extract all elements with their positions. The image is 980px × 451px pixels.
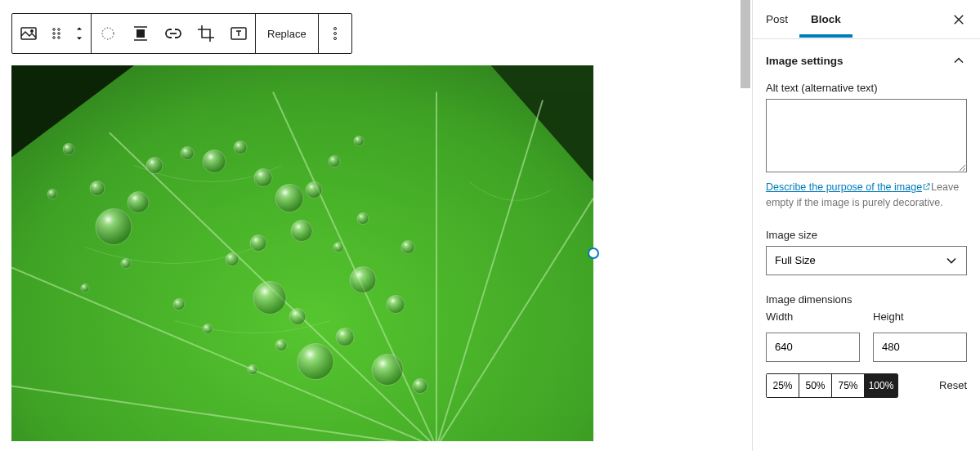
svg-point-18 xyxy=(11,65,593,441)
svg-point-44 xyxy=(173,299,185,310)
image-dimensions-label: Image dimensions xyxy=(766,293,967,306)
alt-text-label: Alt text (alternative text) xyxy=(766,82,967,94)
svg-point-8 xyxy=(102,28,114,39)
more-options-button[interactable] xyxy=(319,14,351,53)
svg-point-38 xyxy=(387,296,405,314)
resize-handle-right[interactable] xyxy=(588,248,599,259)
alt-text-input[interactable] xyxy=(766,99,967,172)
svg-point-33 xyxy=(253,282,286,315)
block-type-image-icon[interactable] xyxy=(12,14,45,53)
svg-point-43 xyxy=(333,243,343,252)
svg-point-3 xyxy=(58,29,60,31)
alt-help-link[interactable]: Describe the purpose of the image xyxy=(766,181,931,193)
svg-point-40 xyxy=(413,379,427,394)
panel-title: Image settings xyxy=(766,55,844,67)
settings-sidebar: Post Block Image settings Alt text (alte… xyxy=(752,0,980,451)
preset-50[interactable]: 50% xyxy=(799,374,832,397)
image-content xyxy=(11,65,593,441)
svg-point-32 xyxy=(226,253,239,266)
svg-point-15 xyxy=(333,33,336,35)
svg-point-50 xyxy=(47,190,57,199)
svg-point-36 xyxy=(336,328,354,346)
svg-point-29 xyxy=(306,182,322,199)
svg-point-1 xyxy=(31,30,33,32)
svg-point-21 xyxy=(90,181,105,196)
svg-point-6 xyxy=(53,37,56,39)
svg-point-26 xyxy=(234,141,247,154)
dimension-presets: 25% 50% 75% 100% xyxy=(766,373,898,398)
chevron-up-icon xyxy=(74,24,84,33)
chevron-up-icon xyxy=(951,52,967,69)
chevron-down-icon xyxy=(74,33,84,43)
text-overlay-button[interactable] xyxy=(222,14,255,53)
reset-dimensions-button[interactable]: Reset xyxy=(939,379,967,391)
block-toolbar: Replace xyxy=(11,13,352,54)
svg-point-46 xyxy=(329,156,340,167)
svg-point-37 xyxy=(350,267,376,293)
svg-point-27 xyxy=(254,169,272,187)
svg-point-49 xyxy=(81,284,89,292)
svg-point-48 xyxy=(121,259,131,269)
svg-point-41 xyxy=(401,241,414,254)
align-button[interactable] xyxy=(92,14,124,53)
svg-point-34 xyxy=(289,309,306,325)
svg-point-20 xyxy=(128,192,149,213)
preset-100[interactable]: 100% xyxy=(865,374,897,397)
external-link-icon xyxy=(922,182,931,191)
svg-point-19 xyxy=(96,209,132,245)
svg-point-31 xyxy=(250,235,266,252)
svg-point-51 xyxy=(275,340,287,351)
preset-25[interactable]: 25% xyxy=(767,374,799,397)
svg-point-14 xyxy=(333,28,336,30)
preset-75[interactable]: 75% xyxy=(832,374,865,397)
tab-block[interactable]: Block xyxy=(799,2,852,37)
image-block[interactable] xyxy=(11,65,593,441)
editor-canvas: Replace xyxy=(0,0,739,451)
replace-button[interactable]: Replace xyxy=(256,14,318,53)
image-size-select[interactable]: Full Size xyxy=(766,246,967,275)
height-input[interactable] xyxy=(873,333,967,362)
drag-handle-icon[interactable] xyxy=(45,14,68,53)
svg-point-30 xyxy=(291,221,312,242)
width-input[interactable] xyxy=(766,333,860,362)
svg-point-24 xyxy=(181,147,194,160)
close-sidebar-button[interactable] xyxy=(944,5,973,34)
svg-point-7 xyxy=(58,37,60,39)
svg-point-35 xyxy=(298,344,333,380)
svg-point-28 xyxy=(275,185,303,212)
sidebar-tabs: Post Block xyxy=(753,0,980,39)
svg-point-22 xyxy=(63,144,74,155)
svg-point-45 xyxy=(203,324,213,334)
tab-post[interactable]: Post xyxy=(766,2,799,37)
height-label: Height xyxy=(873,310,967,323)
scrollbar-thumb[interactable] xyxy=(741,0,750,88)
svg-point-4 xyxy=(53,33,56,35)
block-mover[interactable] xyxy=(68,14,91,53)
svg-rect-9 xyxy=(136,29,145,38)
svg-point-52 xyxy=(248,365,257,375)
image-size-label: Image size xyxy=(766,229,967,241)
image-settings-panel-toggle[interactable]: Image settings xyxy=(766,52,967,69)
svg-point-5 xyxy=(58,33,60,35)
alt-text-help: Describe the purpose of the imageLeave e… xyxy=(766,180,967,211)
crop-button[interactable] xyxy=(190,14,222,53)
scrollbar[interactable] xyxy=(739,0,752,451)
svg-point-42 xyxy=(357,213,369,225)
svg-point-16 xyxy=(333,38,336,40)
svg-point-2 xyxy=(53,29,56,31)
link-button[interactable] xyxy=(157,14,190,53)
align-center-button[interactable] xyxy=(124,14,157,53)
svg-point-25 xyxy=(203,150,226,173)
svg-point-23 xyxy=(146,158,163,174)
svg-point-39 xyxy=(372,355,403,386)
svg-point-47 xyxy=(354,136,364,146)
width-label: Width xyxy=(766,310,860,323)
